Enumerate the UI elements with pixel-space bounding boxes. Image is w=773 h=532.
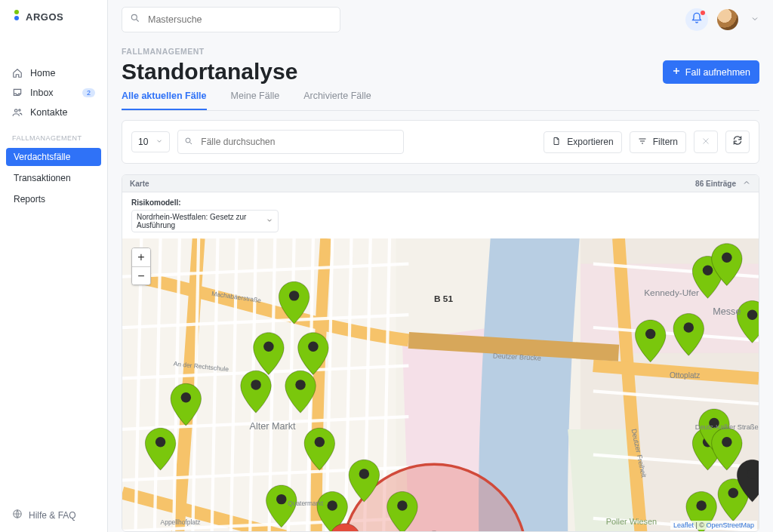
nav-item-inbox[interactable]: Inbox 2 [0, 83, 107, 103]
new-case-button[interactable]: Fall aufnehmen [663, 60, 759, 84]
svg-point-48 [722, 253, 731, 263]
main: FALLMANAGEMENT Standortanalyse Fall aufn… [108, 0, 773, 532]
collapse-map-button[interactable] [742, 178, 751, 189]
inbox-icon [12, 88, 23, 98]
close-icon [701, 135, 710, 149]
page-size-select[interactable]: 10 [131, 131, 170, 152]
svg-point-17 [251, 380, 260, 389]
tab-my-cases[interactable]: Meine Fälle [231, 91, 280, 110]
user-avatar[interactable] [717, 9, 738, 30]
osm-link[interactable]: OpenStreetMap [706, 521, 754, 529]
new-case-label: Fall aufnehmen [685, 67, 750, 78]
svg-point-13 [289, 291, 299, 300]
risk-model-value: Nordrhein-Westfalen: Gesetz zur Ausführu… [137, 213, 261, 229]
nav-sub-verdachtsfaelle[interactable]: Verdachtsfälle [6, 148, 101, 166]
nav-item-label: Kontakte [30, 107, 67, 118]
tabs: Alle aktuellen Fälle Meine Fälle Archivi… [122, 91, 759, 111]
export-icon [552, 137, 561, 148]
brand-name: ARGOS [26, 11, 63, 23]
map-attribution: Leaflet | © OpenStreetMap [670, 521, 757, 530]
svg-point-62 [747, 469, 757, 478]
svg-text:Ottoplatz: Ottoplatz [670, 371, 700, 380]
zoom-out-button[interactable]: − [132, 266, 150, 284]
page-title: Standortanalyse [122, 59, 654, 85]
sidebar-footer[interactable]: Hilfe & FAQ [0, 498, 107, 532]
map-header: Karte 86 Einträge [122, 175, 759, 192]
globe-icon [12, 509, 23, 521]
chevron-down-icon [156, 137, 163, 147]
filter-button[interactable]: Filtern [630, 131, 686, 153]
svg-point-18 [295, 380, 305, 389]
svg-point-3 [19, 109, 20, 111]
svg-point-0 [14, 10, 19, 14]
tab-archived-cases[interactable]: Archivierte Fälle [303, 91, 371, 110]
svg-point-20 [315, 437, 325, 447]
filter-label: Filtern [653, 137, 678, 147]
svg-point-43 [397, 500, 407, 510]
map[interactable]: RheinAlter MarktHeumarktKartäuserhofKenn… [122, 238, 759, 531]
svg-point-52 [728, 487, 738, 497]
list-toolbar: 10 Exportieren [122, 120, 759, 164]
zoom-in-button[interactable]: + [132, 248, 150, 266]
svg-text:B 51: B 51 [434, 294, 453, 304]
svg-point-15 [181, 392, 191, 402]
export-button[interactable]: Exportieren [544, 131, 621, 153]
svg-point-47 [703, 265, 713, 275]
nav-sub-label: Verdachtsfälle [14, 152, 70, 162]
tab-all-cases[interactable]: Alle aktuellen Fälle [122, 91, 207, 110]
chevron-down-icon[interactable] [750, 13, 759, 26]
nav-item-label: Home [30, 68, 55, 78]
svg-point-44 [327, 500, 337, 510]
master-search[interactable] [122, 7, 340, 32]
svg-point-14 [263, 342, 273, 352]
filter-icon [638, 137, 647, 148]
chevron-down-icon [266, 217, 273, 226]
risk-model-select[interactable]: Nordrhein-Westfalen: Gesetz zur Ausführu… [131, 210, 279, 232]
nav-main: Home Inbox 2 Kontakte [0, 33, 107, 122]
svg-text:Appellhofplatz: Appellhofplatz [161, 518, 201, 526]
svg-text:Messe: Messe [713, 306, 741, 317]
nav-sub-transaktionen[interactable]: Transaktionen [6, 169, 101, 187]
search-icon [130, 13, 140, 26]
plus-icon [672, 66, 681, 78]
svg-point-16 [156, 437, 165, 447]
notifications-button[interactable] [685, 8, 708, 31]
svg-point-2 [15, 109, 18, 112]
map-card: Karte 86 Einträge Risikomodell: Nordrhei… [122, 174, 759, 532]
page: FALLMANAGEMENT Standortanalyse Fall aufn… [108, 39, 773, 532]
svg-point-46 [684, 322, 694, 332]
home-icon [12, 68, 23, 78]
svg-text:Alter Markt: Alter Markt [250, 421, 297, 432]
logo-icon [12, 9, 21, 24]
search-icon [184, 135, 193, 149]
svg-point-42 [359, 469, 369, 478]
zoom-controls: + − [131, 248, 151, 285]
clear-button[interactable] [694, 131, 718, 153]
map-header-title: Karte [130, 180, 149, 188]
nav-item-label: Inbox [30, 88, 54, 98]
contacts-icon [12, 107, 23, 118]
nav-sub-reports[interactable]: Reports [6, 190, 101, 208]
topbar [108, 0, 773, 39]
leaflet-link[interactable]: Leaflet [673, 521, 694, 529]
master-search-input[interactable] [146, 14, 332, 26]
nav-item-contacts[interactable]: Kontakte [0, 103, 107, 122]
export-label: Exportieren [567, 137, 613, 147]
brand: ARGOS [0, 0, 107, 33]
nav-sub-label: Reports [14, 194, 45, 204]
case-search-input[interactable] [199, 136, 397, 148]
sidebar: ARGOS Home Inbox 2 Kontakte [0, 0, 108, 532]
risk-model-label: Risikomodell: [131, 198, 750, 207]
inbox-badge: 2 [82, 88, 95, 97]
svg-text:Deutz-Kalker Straße: Deutz-Kalker Straße [695, 423, 759, 431]
svg-point-21 [276, 494, 286, 504]
svg-point-1 [14, 16, 19, 20]
nav-sub-label: Transaktionen [14, 173, 71, 183]
svg-point-53 [696, 500, 706, 510]
case-search[interactable] [177, 130, 404, 154]
map-toolbar: Risikomodell: Nordrhein-Westfalen: Geset… [122, 192, 759, 238]
svg-point-19 [308, 342, 318, 352]
nav-item-home[interactable]: Home [0, 63, 107, 83]
refresh-button[interactable] [725, 131, 750, 153]
svg-point-6 [186, 138, 190, 143]
